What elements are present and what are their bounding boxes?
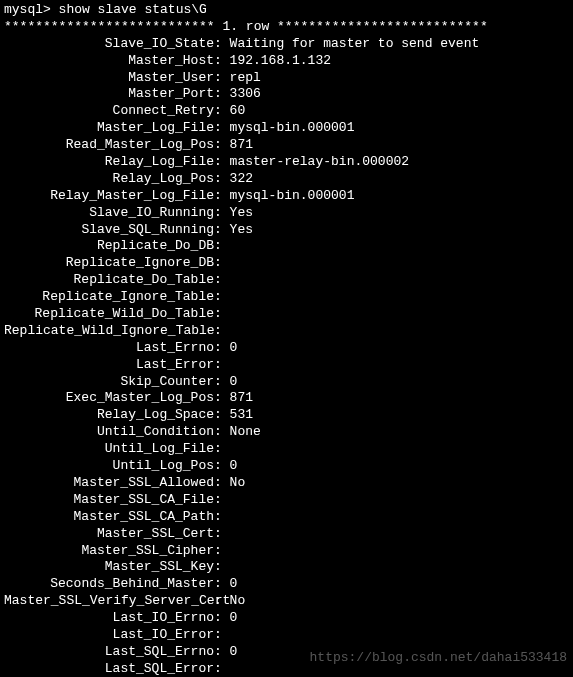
label-value-separator: : xyxy=(214,576,230,593)
label-value-separator: : xyxy=(214,272,230,289)
label-value-separator: : xyxy=(214,70,230,87)
label-value-separator: : xyxy=(214,120,230,137)
status-label: Until_Log_Pos xyxy=(4,458,214,475)
status-row: Replicate_Ignore_Table: xyxy=(4,289,569,306)
label-value-separator: : xyxy=(214,526,230,543)
status-value: 0 xyxy=(230,610,238,627)
status-label: Relay_Master_Log_File xyxy=(4,188,214,205)
status-value: 192.168.1.132 xyxy=(230,53,331,70)
status-row: Replicate_Wild_Ignore_Table: xyxy=(4,323,569,340)
label-value-separator: : xyxy=(214,171,230,188)
status-label: Read_Master_Log_Pos xyxy=(4,137,214,154)
status-row: Last_Error: xyxy=(4,357,569,374)
label-value-separator: : xyxy=(214,340,230,357)
status-label: Until_Log_File xyxy=(4,441,214,458)
label-value-separator: : xyxy=(214,390,230,407)
status-row: Master_SSL_Key: xyxy=(4,559,569,576)
status-row: Replicate_Wild_Do_Table: xyxy=(4,306,569,323)
status-label: Master_SSL_Key xyxy=(4,559,214,576)
label-value-separator: : xyxy=(214,238,230,255)
status-row: Last_Errno: 0 xyxy=(4,340,569,357)
label-value-separator: : xyxy=(214,357,230,374)
status-row: Master_SSL_Verify_Server_Cert: No xyxy=(4,593,569,610)
status-row: Relay_Master_Log_File: mysql-bin.000001 xyxy=(4,188,569,205)
status-value: Yes xyxy=(230,205,253,222)
status-label: Replicate_Do_Table xyxy=(4,272,214,289)
status-row: Relay_Log_File: master-relay-bin.000002 xyxy=(4,154,569,171)
status-row: Master_Port: 3306 xyxy=(4,86,569,103)
label-value-separator: : xyxy=(214,407,230,424)
row-separator-header: *************************** 1. row *****… xyxy=(4,19,569,36)
label-value-separator: : xyxy=(214,424,230,441)
status-row: Seconds_Behind_Master: 0 xyxy=(4,576,569,593)
status-row: Master_SSL_CA_Path: xyxy=(4,509,569,526)
status-value: No xyxy=(230,593,246,610)
status-value: Waiting for master to send event xyxy=(230,36,480,53)
status-row: Connect_Retry: 60 xyxy=(4,103,569,120)
label-value-separator: : xyxy=(214,36,230,53)
status-label: Last_SQL_Errno xyxy=(4,644,214,661)
status-label: Relay_Log_Space xyxy=(4,407,214,424)
label-value-separator: : xyxy=(214,593,230,610)
label-value-separator: : xyxy=(214,154,230,171)
status-label: Last_Error xyxy=(4,357,214,374)
status-value: 531 xyxy=(230,407,253,424)
status-value: 60 xyxy=(230,103,246,120)
status-row: Replicate_Ignore_DB: xyxy=(4,255,569,272)
status-row: Until_Log_Pos: 0 xyxy=(4,458,569,475)
label-value-separator: : xyxy=(214,661,230,677)
status-value: Yes xyxy=(230,222,253,239)
status-row: Last_SQL_Errno: 0 xyxy=(4,644,569,661)
label-value-separator: : xyxy=(214,627,230,644)
status-row: Skip_Counter: 0 xyxy=(4,374,569,391)
status-row: Read_Master_Log_Pos: 871 xyxy=(4,137,569,154)
label-value-separator: : xyxy=(214,374,230,391)
label-value-separator: : xyxy=(214,475,230,492)
status-value: 0 xyxy=(230,576,238,593)
status-label: Replicate_Ignore_DB xyxy=(4,255,214,272)
status-row: Slave_SQL_Running: Yes xyxy=(4,222,569,239)
status-label: Master_SSL_CA_File xyxy=(4,492,214,509)
label-value-separator: : xyxy=(214,441,230,458)
status-label: Last_Errno xyxy=(4,340,214,357)
label-value-separator: : xyxy=(214,255,230,272)
status-value: 0 xyxy=(230,340,238,357)
status-label: Exec_Master_Log_Pos xyxy=(4,390,214,407)
label-value-separator: : xyxy=(214,323,230,340)
status-label: Relay_Log_Pos xyxy=(4,171,214,188)
status-label: Master_SSL_Cert xyxy=(4,526,214,543)
status-fields-container: Slave_IO_State: Waiting for master to se… xyxy=(4,36,569,677)
status-label: Connect_Retry xyxy=(4,103,214,120)
status-label: Last_IO_Errno xyxy=(4,610,214,627)
status-label: Master_SSL_Allowed xyxy=(4,475,214,492)
mysql-prompt-command: mysql> show slave status\G xyxy=(4,2,569,19)
status-label: Last_SQL_Error xyxy=(4,661,214,677)
status-row: Exec_Master_Log_Pos: 871 xyxy=(4,390,569,407)
label-value-separator: : xyxy=(214,306,230,323)
status-value: 0 xyxy=(230,644,238,661)
status-row: Master_SSL_Cert: xyxy=(4,526,569,543)
status-label: Master_Host xyxy=(4,53,214,70)
status-row: Last_IO_Errno: 0 xyxy=(4,610,569,627)
label-value-separator: : xyxy=(214,509,230,526)
status-row: Replicate_Do_DB: xyxy=(4,238,569,255)
status-row: Master_SSL_CA_File: xyxy=(4,492,569,509)
status-row: Slave_IO_Running: Yes xyxy=(4,205,569,222)
status-row: Slave_IO_State: Waiting for master to se… xyxy=(4,36,569,53)
status-row: Master_SSL_Allowed: No xyxy=(4,475,569,492)
status-row: Master_Host: 192.168.1.132 xyxy=(4,53,569,70)
label-value-separator: : xyxy=(214,86,230,103)
status-label: Master_SSL_CA_Path xyxy=(4,509,214,526)
status-value: 871 xyxy=(230,137,253,154)
status-label: Replicate_Wild_Ignore_Table xyxy=(4,323,214,340)
status-row: Master_SSL_Cipher: xyxy=(4,543,569,560)
label-value-separator: : xyxy=(214,492,230,509)
status-label: Master_User xyxy=(4,70,214,87)
status-value: 322 xyxy=(230,171,253,188)
status-row: Until_Condition: None xyxy=(4,424,569,441)
status-row: Master_Log_File: mysql-bin.000001 xyxy=(4,120,569,137)
status-row: Relay_Log_Space: 531 xyxy=(4,407,569,424)
label-value-separator: : xyxy=(214,137,230,154)
status-label: Slave_IO_State xyxy=(4,36,214,53)
status-value: 3306 xyxy=(230,86,261,103)
